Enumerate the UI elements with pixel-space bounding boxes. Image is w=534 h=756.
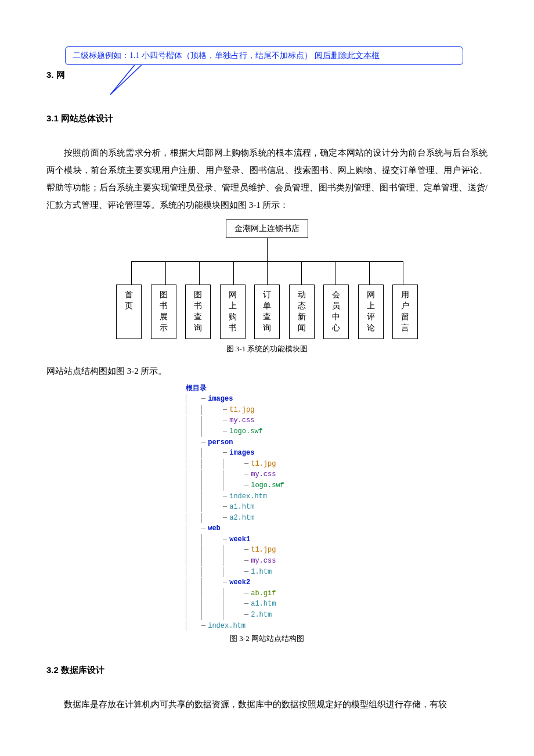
tree-label: a1.htm	[251, 599, 276, 610]
tree-label: a2.htm	[229, 513, 254, 524]
tree-item: —my.css	[186, 469, 348, 480]
tree-label: t1.jpg	[229, 405, 254, 416]
diagram-child-box: 会 员 中 心	[323, 285, 349, 339]
tree-item: —images	[186, 448, 348, 459]
diagram-root-box: 金潮网上连锁书店	[226, 219, 308, 238]
tree-label: 2.htm	[251, 610, 272, 621]
tree-item: —2.htm	[186, 610, 348, 621]
annotation-callout: 二级标题例如：1.1 小四号楷体（顶格，单独占行，结尾不加标点） 阅后删除此文本…	[65, 46, 463, 65]
tree-label: my.css	[251, 469, 276, 480]
tree-label: week1	[229, 534, 250, 545]
tree-item: —a1.htm	[186, 502, 348, 513]
tree-label: logo.swf	[251, 480, 284, 491]
tree-label: t1.jpg	[251, 459, 276, 470]
figure-3-1: 金潮网上连锁书店 首 页图 书 展 示图 书 查 询网 上 购 书订 单 查 询…	[116, 219, 418, 354]
tree-label: web	[208, 523, 221, 534]
tree-label: person	[208, 437, 233, 448]
tree-item: —a2.htm	[186, 513, 348, 524]
figure-3-2-tree: 根目录—images—t1.jpg—my.css—logo.swf—person…	[186, 383, 348, 632]
tree-item: —week1	[186, 534, 348, 545]
tree-label: my.css	[229, 415, 254, 426]
callout-underline: 阅后删除此文本框	[315, 51, 380, 60]
figure-3-2-caption: 图 3-2 网站站点结构图	[46, 633, 488, 644]
paragraph-3: 数据库是存放在计算机内可共享的数据资源，数据库中的数据按照规定好的模型组织进行存…	[46, 696, 488, 713]
tree-root: 根目录	[186, 383, 207, 394]
diagram-child-box: 网 上 购 书	[220, 285, 246, 339]
diagram-children-row: 首 页图 书 展 示图 书 查 询网 上 购 书订 单 查 询动 态 新 闻会 …	[116, 285, 418, 339]
tree-label: my.css	[251, 556, 276, 567]
diagram-connectors	[116, 238, 418, 285]
tree-item: —index.htm	[186, 491, 348, 502]
diagram-child-box: 图 书 展 示	[151, 285, 176, 339]
diagram-child-box: 用 户 留 言	[392, 285, 418, 339]
tree-label: ab.gif	[251, 588, 276, 599]
section-3-2-title: 3.2 数据库设计	[46, 665, 488, 676]
tree-item: —week2	[186, 577, 348, 588]
tree-item: —my.css	[186, 415, 348, 426]
tree-label: t1.jpg	[251, 545, 276, 556]
diagram-child-box: 网 上 评 论	[358, 285, 384, 339]
callout-text: 二级标题例如：1.1 小四号楷体（顶格，单独占行，结尾不加标点）	[73, 51, 312, 60]
section-3-1-title: 3.1 网站总体设计	[46, 113, 488, 124]
tree-item: —person	[186, 437, 348, 448]
tree-item: —my.css	[186, 556, 348, 567]
figure-3-1-caption: 图 3-1 系统的功能模块图	[116, 344, 418, 354]
tree-item: —ab.gif	[186, 588, 348, 599]
tree-label: week2	[229, 577, 250, 588]
diagram-child-box: 订 单 查 询	[254, 285, 280, 339]
tree-item: —t1.jpg	[186, 405, 348, 416]
tree-item: —1.htm	[186, 567, 348, 578]
tree-label: images	[229, 448, 254, 459]
tree-item: —web	[186, 523, 348, 534]
tree-label: images	[208, 394, 233, 405]
tree-item: —logo.swf	[186, 480, 348, 491]
diagram-child-box: 动 态 新 闻	[289, 285, 315, 339]
tree-item: —logo.swf	[186, 426, 348, 437]
tree-item: —a1.htm	[186, 599, 348, 610]
tree-label: a1.htm	[229, 502, 254, 513]
paragraph-1: 按照前面的系统需求分析，根据大局部网上购物系统的根本流程，确定本网站的设计分为前…	[46, 144, 488, 214]
tree-label: index.htm	[208, 621, 246, 632]
diagram-child-box: 图 书 查 询	[185, 285, 211, 339]
tree-label: 1.htm	[251, 567, 272, 578]
callout-tail-icon	[110, 63, 151, 98]
tree-label: index.htm	[229, 491, 267, 502]
paragraph-2: 网站站点结构图如图 3-2 所示。	[46, 362, 488, 380]
tree-item: —t1.jpg	[186, 459, 348, 470]
diagram-child-box: 首 页	[116, 285, 142, 339]
tree-label: logo.swf	[229, 426, 263, 437]
tree-item: —images	[186, 394, 348, 405]
tree-item: —t1.jpg	[186, 545, 348, 556]
tree-item: —index.htm	[186, 621, 348, 632]
